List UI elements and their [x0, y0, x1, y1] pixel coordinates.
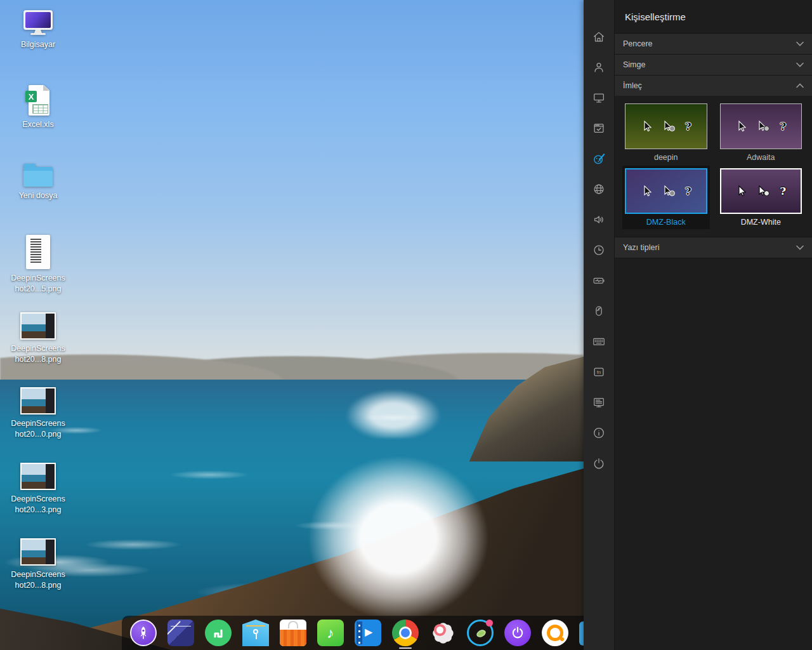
- cursor-theme-preview: ?: [625, 168, 707, 214]
- chrome-icon[interactable]: [392, 620, 419, 646]
- desktop-icon-label: DeepinScreens hot20...5.png: [11, 273, 65, 294]
- control-center-content: Kişiselleştirme Pencere Simge İmleç: [614, 0, 812, 650]
- sidebar-item-sound[interactable]: [584, 204, 614, 235]
- battery-icon: [592, 274, 606, 288]
- globe-icon: [592, 182, 606, 196]
- wallpaper-hills: [0, 353, 584, 381]
- cursor-busy-icon: [757, 185, 771, 197]
- desktop-icon-folder[interactable]: Yeni dosya: [0, 164, 76, 201]
- clock-icon: [592, 243, 606, 257]
- terminal-icon[interactable]: [167, 620, 194, 646]
- folder-icon: [23, 164, 53, 187]
- cursor-arrow-icon: [735, 120, 748, 133]
- sidebar-item-keyboard[interactable]: [584, 326, 614, 357]
- cursor-help-icon: ?: [780, 121, 786, 132]
- cursor-arrow-icon: [641, 185, 653, 197]
- sidebar-item-datetime[interactable]: [584, 235, 614, 265]
- cursor-busy-icon: [662, 120, 676, 133]
- app-store-icon[interactable]: [280, 620, 306, 646]
- mouse-icon: [592, 304, 606, 318]
- chevron-down-icon: [796, 245, 804, 250]
- sidebar-item-personalization[interactable]: [584, 143, 614, 174]
- power-glyph: [510, 625, 525, 640]
- desktop-icon-label: DeepinScreens hot20...8.png: [11, 569, 65, 590]
- desktop-icon-screenshot-3[interactable]: DeepinScreens hot20...0.png: [0, 387, 76, 439]
- chevron-up-icon: [796, 83, 804, 88]
- music-icon[interactable]: ♪: [317, 620, 344, 646]
- computer-icon: [23, 10, 53, 36]
- default-apps-icon: [592, 121, 606, 135]
- cursor-theme-preview: ?: [720, 168, 802, 214]
- palette-icon: [592, 152, 606, 166]
- launcher-icon[interactable]: [130, 620, 157, 646]
- cursor-arrow-icon: [735, 185, 748, 197]
- desktop-icon-screenshot-4[interactable]: DeepinScreens hot20...3.png: [0, 463, 76, 515]
- section-label: Yazı tipleri: [623, 243, 659, 252]
- sidebar-item-shortcuts[interactable]: fn: [584, 357, 614, 387]
- cursor-theme-name: DMZ-White: [720, 218, 802, 227]
- wallpaper-splash: [273, 424, 501, 621]
- section-icon[interactable]: Simge: [615, 54, 812, 75]
- sidebar-item-mouse[interactable]: [584, 296, 614, 326]
- screen-recorder-icon[interactable]: [542, 620, 568, 646]
- cursor-theme-deepin[interactable]: ? deepin: [622, 101, 710, 164]
- speaker-icon: [592, 213, 606, 227]
- section-label: İmleç: [623, 81, 642, 90]
- sidebar-item-boot-menu[interactable]: [584, 387, 614, 418]
- sidebar-item-home[interactable]: [584, 22, 614, 52]
- desktop-icon-label: DeepinScreens hot20...0.png: [11, 418, 65, 439]
- shutdown-icon[interactable]: [504, 620, 531, 646]
- sidebar-item-network[interactable]: [584, 174, 614, 204]
- cursor-busy-icon: [757, 120, 771, 133]
- section-fonts[interactable]: Yazı tipleri: [615, 237, 812, 258]
- image-file-icon: [20, 538, 56, 566]
- chevron-down-icon: [796, 62, 804, 67]
- cursor-theme-name: deepin: [625, 153, 707, 162]
- desktop-icon-computer[interactable]: Bilgisayar: [0, 10, 76, 50]
- desktop-icon-excel[interactable]: X Excel.xls: [0, 85, 76, 130]
- cursor-theme-name: Adwaita: [720, 153, 802, 162]
- section-window[interactable]: Pencere: [615, 33, 812, 54]
- power-icon: [592, 456, 606, 470]
- desktop: Bilgisayar X Excel.xls Yeni dosya Deepin…: [0, 0, 584, 650]
- desktop-icon-label: Yeni dosya: [19, 190, 58, 201]
- section-label: Pencere: [623, 39, 653, 48]
- cursor-theme-preview: ?: [625, 103, 707, 149]
- control-center-icon[interactable]: [429, 620, 456, 646]
- desktop-icon-label: Bilgisayar: [21, 39, 55, 50]
- cursor-arrow-icon: [641, 120, 653, 133]
- page-title: Kişiselleştirme: [615, 0, 812, 33]
- desktop-icon-label: Excel.xls: [22, 119, 53, 130]
- file-manager-icon[interactable]: [242, 620, 269, 646]
- rocket-icon: [136, 625, 151, 640]
- cursor-theme-dmz-black[interactable]: ? DMZ-Black: [622, 166, 710, 229]
- home-icon: [592, 30, 606, 44]
- movie-icon[interactable]: ▶: [355, 620, 381, 646]
- image-file-icon: [26, 235, 50, 269]
- image-file-icon: [20, 387, 56, 415]
- sidebar-item-default-applications[interactable]: [584, 113, 614, 143]
- sidebar-item-display[interactable]: [584, 83, 614, 113]
- system-monitor-icon[interactable]: [467, 620, 494, 646]
- multitasking-view-icon[interactable]: [205, 620, 232, 646]
- desktop-icon-screenshot-2[interactable]: DeepinScreens hot20...8.png: [0, 312, 76, 364]
- image-file-icon: [20, 463, 56, 490]
- cursor-help-icon: ?: [685, 186, 691, 197]
- cursor-theme-adwaita[interactable]: ? Adwaita: [717, 101, 805, 164]
- desktop-icon-screenshot-1[interactable]: DeepinScreens hot20...5.png: [0, 235, 76, 294]
- sidebar-item-system-info[interactable]: [584, 418, 614, 448]
- section-cursor[interactable]: İmleç: [615, 75, 812, 96]
- excel-file-icon: X: [25, 85, 51, 116]
- cursor-theme-grid: ? deepin ? Adwaita: [615, 96, 812, 237]
- cursor-theme-dmz-white[interactable]: ? DMZ-White: [717, 166, 805, 229]
- svg-text:fn: fn: [597, 369, 601, 375]
- image-file-icon: [20, 312, 56, 340]
- cursor-theme-preview: ?: [720, 103, 802, 149]
- sidebar-item-power[interactable]: [584, 265, 614, 296]
- sidebar-item-accounts[interactable]: [584, 52, 614, 83]
- sidebar-item-shutdown[interactable]: [584, 448, 614, 479]
- user-icon: [592, 60, 606, 74]
- desktop-icon-screenshot-5[interactable]: DeepinScreens hot20...8.png: [0, 538, 76, 590]
- cursor-busy-icon: [662, 185, 676, 197]
- keyboard-icon: [592, 335, 606, 348]
